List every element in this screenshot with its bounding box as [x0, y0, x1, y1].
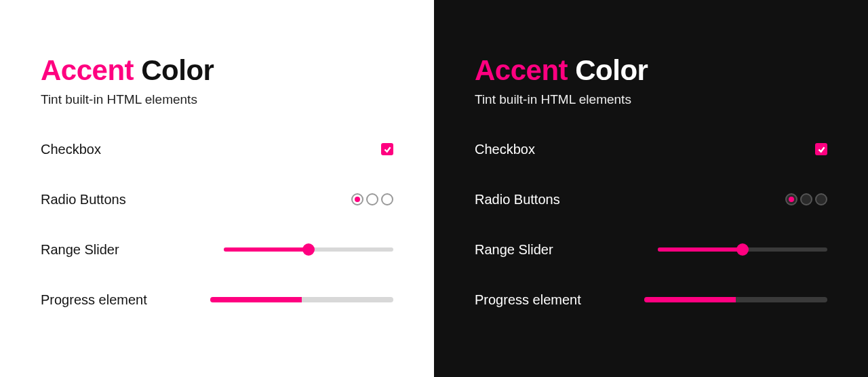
radio-row: Radio Buttons	[475, 191, 827, 207]
progress-row: Progress element	[475, 292, 827, 308]
checkbox-label: Checkbox	[475, 142, 535, 157]
range-slider[interactable]	[224, 243, 393, 256]
slider-fill	[224, 247, 309, 252]
checkbox-input[interactable]	[815, 143, 827, 155]
radio-option-3[interactable]	[815, 193, 827, 205]
range-row: Range Slider	[41, 241, 393, 258]
radio-option-1[interactable]	[351, 193, 363, 205]
title-rest: Color	[141, 54, 214, 86]
dark-panel: Accent Color Tint built-in HTML elements…	[434, 0, 868, 377]
title-accent: Accent	[475, 54, 568, 86]
progress-fill	[210, 297, 302, 302]
checkbox-row: Checkbox	[41, 141, 393, 157]
checkbox-input[interactable]	[381, 143, 393, 155]
checkbox-row: Checkbox	[475, 141, 827, 157]
range-label: Range Slider	[475, 242, 553, 258]
range-slider[interactable]	[658, 243, 827, 256]
radio-option-2[interactable]	[800, 193, 812, 205]
page-title: Accent Color	[41, 54, 393, 87]
title-rest: Color	[575, 54, 648, 86]
radio-label: Radio Buttons	[475, 192, 560, 207]
check-icon	[817, 145, 826, 154]
page-subtitle: Tint built-in HTML elements	[475, 92, 827, 107]
progress-row: Progress element	[41, 292, 393, 308]
slider-thumb[interactable]	[736, 243, 749, 256]
slider-fill	[658, 247, 743, 252]
light-panel: Accent Color Tint built-in HTML elements…	[0, 0, 434, 377]
progress-bar	[644, 297, 827, 302]
slider-thumb[interactable]	[302, 243, 315, 256]
checkbox-label: Checkbox	[41, 142, 101, 157]
radio-option-2[interactable]	[366, 193, 378, 205]
progress-label: Progress element	[41, 292, 147, 308]
range-row: Range Slider	[475, 241, 827, 258]
page-subtitle: Tint built-in HTML elements	[41, 92, 393, 107]
progress-label: Progress element	[475, 292, 581, 308]
radio-row: Radio Buttons	[41, 191, 393, 207]
radio-label: Radio Buttons	[41, 192, 126, 207]
range-label: Range Slider	[41, 242, 119, 258]
title-accent: Accent	[41, 54, 134, 86]
radio-option-3[interactable]	[381, 193, 393, 205]
radio-option-1[interactable]	[785, 193, 797, 205]
progress-fill	[644, 297, 736, 302]
progress-bar	[210, 297, 393, 302]
page-title: Accent Color	[475, 54, 827, 87]
check-icon	[383, 145, 392, 154]
